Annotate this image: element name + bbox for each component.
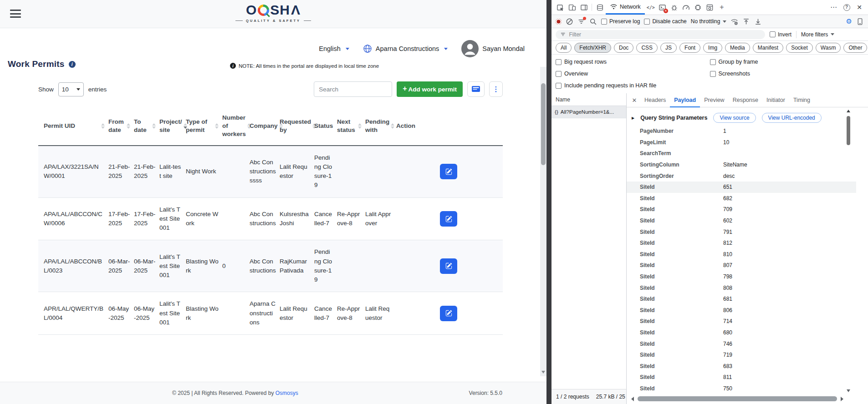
view-url-encoded-button[interactable]: View URL-encoded: [762, 113, 822, 123]
edit-permit-button[interactable]: [440, 258, 457, 274]
column-header[interactable]: Status: [312, 107, 335, 146]
tab-network[interactable]: Network: [606, 0, 645, 15]
network-option-checkbox[interactable]: Big request rows: [556, 56, 710, 68]
info-icon[interactable]: i: [69, 61, 76, 68]
device-toolbar-icon[interactable]: [566, 0, 578, 15]
settings-gear-icon[interactable]: ⚙: [846, 17, 852, 25]
column-header[interactable]: Project/ site: [158, 107, 184, 146]
clear-icon[interactable]: [566, 18, 573, 25]
filter-field[interactable]: [556, 30, 765, 39]
view-source-button[interactable]: View source: [713, 113, 756, 123]
more-options-icon[interactable]: ⋯: [828, 0, 840, 15]
scrollbar-thumb[interactable]: [638, 396, 837, 401]
network-option-checkbox[interactable]: Screenshots: [710, 68, 864, 80]
checkbox[interactable]: [556, 83, 562, 89]
throttling-select[interactable]: No throttling: [691, 18, 727, 25]
request-type-chip[interactable]: Manifest: [753, 43, 783, 53]
search-input[interactable]: [314, 81, 392, 97]
dock-side-icon[interactable]: [578, 0, 590, 15]
payload-h-scrollbar[interactable]: [631, 396, 843, 402]
network-conditions-icon[interactable]: [730, 18, 738, 25]
request-type-chip[interactable]: Img: [703, 43, 722, 53]
export-har-icon[interactable]: [754, 18, 762, 25]
column-header[interactable]: Number of workers: [220, 107, 248, 146]
disable-cache-checkbox[interactable]: Disable cache: [644, 18, 686, 25]
more-filters-button[interactable]: More filters: [801, 31, 834, 38]
page-size-select[interactable]: 10: [58, 82, 84, 96]
request-type-chip[interactable]: Fetch/XHR: [574, 43, 611, 53]
column-header[interactable]: Pending with: [363, 107, 394, 146]
checkbox[interactable]: [601, 19, 607, 25]
preserve-log-checkbox[interactable]: Preserve log: [601, 18, 640, 25]
scroll-down-arrow-icon[interactable]: [847, 389, 850, 392]
column-header[interactable]: Requested by: [278, 107, 312, 146]
language-select[interactable]: English: [319, 45, 349, 52]
scroll-left-arrow-icon[interactable]: [631, 397, 634, 401]
request-type-chip[interactable]: Doc: [614, 43, 633, 53]
import-har-icon[interactable]: [742, 18, 750, 25]
company-select[interactable]: Aparna Constructions: [363, 44, 448, 53]
kebab-menu-button[interactable]: ⋮: [489, 81, 503, 97]
filter-input[interactable]: [569, 31, 761, 38]
name-column-header[interactable]: Name: [551, 93, 626, 106]
scrollbar-thumb[interactable]: [541, 83, 546, 165]
payload-scrollbar[interactable]: [846, 110, 851, 390]
checkbox[interactable]: [556, 71, 562, 77]
checkbox[interactable]: [710, 59, 716, 65]
detail-tab[interactable]: Response: [729, 93, 762, 107]
search-icon[interactable]: [589, 18, 597, 25]
application-panel-icon[interactable]: [704, 0, 716, 15]
checkbox[interactable]: [556, 59, 562, 65]
more-tabs-icon[interactable]: +: [716, 0, 728, 15]
detail-tab[interactable]: Headers: [640, 93, 670, 107]
add-work-permit-button[interactable]: + Add work permit: [397, 81, 463, 97]
request-type-chip[interactable]: CSS: [636, 43, 658, 53]
storage-panel-icon[interactable]: [594, 0, 606, 15]
detail-tab[interactable]: Payload: [670, 93, 700, 107]
devtools-divider[interactable]: [546, 0, 551, 404]
detail-tab[interactable]: Timing: [789, 93, 814, 107]
edit-permit-button[interactable]: [440, 164, 457, 179]
detail-tab[interactable]: Initiator: [762, 93, 789, 107]
edit-permit-button[interactable]: [440, 306, 457, 321]
close-devtools-icon[interactable]: ✕: [853, 0, 865, 15]
scroll-right-arrow-icon[interactable]: [841, 397, 843, 401]
network-option-checkbox[interactable]: Overview: [556, 68, 710, 80]
memory-panel-icon[interactable]: [692, 0, 704, 15]
network-option-checkbox[interactable]: Include pending requests in HAR file: [556, 80, 710, 91]
column-header[interactable]: Next status: [335, 107, 363, 146]
record-icon[interactable]: [556, 19, 562, 25]
table-view-button[interactable]: [467, 81, 485, 97]
edit-permit-button[interactable]: [440, 211, 457, 227]
network-option-checkbox[interactable]: Group by frame: [710, 56, 864, 68]
checkbox[interactable]: [710, 71, 716, 77]
request-type-chip[interactable]: Wasm: [816, 43, 841, 53]
invert-checkbox[interactable]: Invert: [770, 31, 791, 38]
inspect-icon[interactable]: [554, 0, 566, 15]
user-menu[interactable]: Sayan Mondal: [461, 40, 525, 57]
page-scrollbar[interactable]: [540, 67, 546, 376]
close-detail-icon[interactable]: ✕: [628, 97, 640, 104]
device-frame-icon[interactable]: [856, 18, 864, 25]
request-type-chip[interactable]: JS: [660, 43, 677, 53]
filter-icon[interactable]: [577, 18, 585, 25]
detail-tab[interactable]: Preview: [700, 93, 728, 107]
scrollbar-thumb[interactable]: [847, 116, 850, 145]
performance-panel-icon[interactable]: [680, 0, 692, 15]
console-panel-icon[interactable]: ✕: [657, 0, 669, 15]
request-item[interactable]: {} All?PageNumber=1&...: [551, 106, 626, 118]
column-header[interactable]: From date: [107, 107, 132, 146]
sources-panel-icon[interactable]: </>: [645, 0, 657, 15]
request-type-chip[interactable]: Font: [679, 43, 700, 53]
column-header[interactable]: Type of permit: [184, 107, 220, 146]
checkbox[interactable]: [770, 31, 776, 37]
request-type-chip[interactable]: All: [556, 43, 572, 53]
column-header[interactable]: Permit UID: [38, 107, 107, 146]
hamburger-menu-icon[interactable]: [10, 10, 21, 20]
column-header[interactable]: To date: [132, 107, 158, 146]
request-type-chip[interactable]: Socket: [786, 43, 813, 53]
column-header[interactable]: Action: [394, 107, 503, 146]
scroll-down-arrow-icon[interactable]: [541, 371, 545, 374]
expand-marker-icon[interactable]: ▶: [632, 116, 634, 120]
request-type-chip[interactable]: Media: [725, 43, 750, 53]
